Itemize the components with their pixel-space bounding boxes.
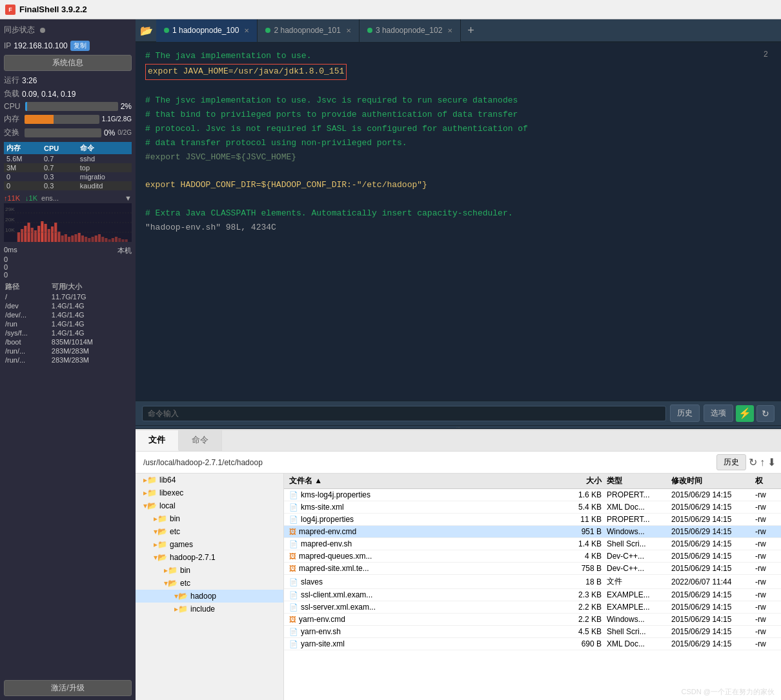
file-manager: 文件 命令 /usr/local/hadoop-2.7.1/etc/hadoop… <box>136 429 781 700</box>
file-perm: -rw <box>755 615 781 624</box>
term-classpath: # Extra Java CLASSPATH elements. Automat… <box>145 208 513 218</box>
right-panel: 📂 1 hadoopnode_100✕2 hadoopnode_101✕3 ha… <box>136 19 781 700</box>
col-perm[interactable]: 权 <box>755 475 781 486</box>
file-row[interactable]: 📄yarn-site.xml 690 B XML Doc... 2015/06/… <box>284 638 781 650</box>
file-perm: -rw <box>755 490 781 499</box>
file-download-button[interactable]: ⬇ <box>767 456 776 468</box>
file-path-bar: /usr/local/hadoop-2.7.1/etc/hadoop 历史 ↻ … <box>136 452 781 474</box>
svg-rect-30 <box>108 239 111 242</box>
terminal[interactable]: 2 # The java implementation to use. expo… <box>136 43 781 401</box>
latency-host: 本机 <box>117 246 132 255</box>
term-jsvc-1: # The jsvc implementation to use. Jsvc i… <box>145 95 518 105</box>
file-row[interactable]: 📄mapred-env.sh 1.4 KB Shell Scri... 2015… <box>284 538 781 550</box>
tree-item-games[interactable]: ▸📁games <box>136 538 283 551</box>
tab-close-1[interactable]: ✕ <box>244 27 249 34</box>
file-row[interactable]: 📄slaves 18 B 文件 2022/06/07 11:44 -rw <box>284 575 781 589</box>
tab-close-2[interactable]: ✕ <box>346 27 351 34</box>
tab-bar: 📂 1 hadoopnode_100✕2 hadoopnode_101✕3 ha… <box>136 19 781 43</box>
disk-row: /11.7G/17G <box>4 292 132 301</box>
title-bar: F FinalShell 3.9.2.2 <box>0 0 781 19</box>
file-row[interactable]: 🖼mapred-queues.xm... 4 KB Dev-C++... 201… <box>284 550 781 563</box>
add-tab-button[interactable]: + <box>461 24 481 37</box>
copy-ip-button[interactable]: 复制 <box>70 41 90 51</box>
file-row[interactable]: 🖼mapred-site.xml.te... 758 B Dev-C++... … <box>284 563 781 575</box>
file-type: PROPERT... <box>607 515 671 524</box>
disk-avail: 283M/283M <box>50 346 132 355</box>
file-perm: -rw <box>755 515 781 524</box>
sysinfo-button[interactable]: 系统信息 <box>4 55 132 71</box>
file-list-panel: 文件名 ▲ 大小 类型 修改时间 权 📄kms-log4j.properties… <box>284 474 781 700</box>
tab-file[interactable]: 文件 <box>136 430 179 451</box>
tree-folder-icon2: 📂 <box>168 579 178 588</box>
col-size[interactable]: 大小 <box>555 475 607 486</box>
tab-3[interactable]: 3 hadoopnode_102✕ <box>360 19 461 42</box>
file-row[interactable]: 📄kms-log4j.properties 1.6 KB PROPERT... … <box>284 489 781 501</box>
file-row[interactable]: 📄ssl-server.xml.exam... 2.2 KB EXAMPLE..… <box>284 601 781 614</box>
svg-rect-22 <box>81 235 84 242</box>
tree-item-bin[interactable]: ▸📁bin <box>136 512 283 525</box>
options-button[interactable]: 选项 <box>704 405 733 422</box>
file-row[interactable]: 🖼mapred-env.cmd 951 B Windows... 2015/06… <box>284 526 781 538</box>
net-dropdown-icon[interactable]: ▼ <box>125 194 132 202</box>
disk-path: /sys/f... <box>4 328 50 337</box>
file-type-icon: 📄 <box>289 578 298 586</box>
tree-item-etc[interactable]: ▾📂etc <box>136 525 283 538</box>
file-name: 🖼yarn-env.cmd <box>284 615 555 624</box>
history-button[interactable]: 历史 <box>670 405 700 422</box>
file-name: 📄ssl-client.xml.exam... <box>284 590 555 599</box>
file-type-icon: 📄 <box>289 503 298 511</box>
col-type[interactable]: 类型 <box>607 475 671 486</box>
file-date: 2015/06/29 14:15 <box>671 627 755 636</box>
file-refresh-button[interactable]: ↻ <box>749 456 757 468</box>
tree-item-libexec[interactable]: ▸📁libexec <box>136 486 283 499</box>
disk-table: 路径 可用/大小 /11.7G/17G/dev1.4G/1.4G/dev/...… <box>4 281 132 365</box>
sync-label: 同步状态 <box>4 25 35 35</box>
svg-rect-23 <box>85 237 87 242</box>
file-up-button[interactable]: ↑ <box>760 457 765 468</box>
file-row[interactable]: 📄yarn-env.sh 4.5 KB Shell Scri... 2015/0… <box>284 626 781 638</box>
refresh-button[interactable]: ↻ <box>756 405 775 422</box>
col-date[interactable]: 修改时间 <box>671 475 755 486</box>
tree-item-etc[interactable]: ▾📂etc <box>136 577 283 590</box>
proc-cmd: kauditd <box>77 181 132 190</box>
tab-1[interactable]: 1 hadoopnode_100✕ <box>156 19 258 42</box>
tab-dot-2 <box>265 28 270 33</box>
file-size: 951 B <box>555 527 607 536</box>
file-row[interactable]: 🖼yarn-env.cmd 2.2 KB Windows... 2015/06/… <box>284 614 781 626</box>
svg-rect-4 <box>21 229 23 242</box>
file-row[interactable]: 📄ssl-client.xml.exam... 2.3 KB EXAMPLE..… <box>284 589 781 601</box>
tree-item-include[interactable]: ▸📁include <box>136 603 283 615</box>
file-history-button[interactable]: 历史 <box>716 454 746 470</box>
tree-item-lib64[interactable]: ▸📁lib64 <box>136 474 283 486</box>
col-name[interactable]: 文件名 ▲ <box>284 475 555 486</box>
command-input[interactable] <box>142 406 666 421</box>
cpu-percent: 2% <box>121 102 132 111</box>
activate-button[interactable]: 激活/升级 <box>4 680 132 696</box>
tree-item-bin[interactable]: ▸📁bin <box>136 564 283 577</box>
file-row[interactable]: 📄kms-site.xml 5.4 KB XML Doc... 2015/06/… <box>284 501 781 514</box>
file-perm: -rw <box>755 639 781 648</box>
disk-path: /run/... <box>4 346 50 355</box>
file-perm: -rw <box>755 590 781 599</box>
term-statusline: "hadoop-env.sh" 98L, 4234C <box>145 223 276 232</box>
runtime-value: 3:26 <box>22 76 37 85</box>
tab-2[interactable]: 2 hadoopnode_101✕ <box>258 19 359 42</box>
file-name: 📄mapred-env.sh <box>284 539 555 548</box>
svg-rect-21 <box>78 233 81 242</box>
tree-item-hadoop[interactable]: ▾📂hadoop <box>136 590 283 603</box>
run-button[interactable]: ⚡ <box>736 405 754 422</box>
tree-item-label: lib64 <box>159 475 176 485</box>
tab-cmd[interactable]: 命令 <box>179 430 222 451</box>
proc-cmd: top <box>77 163 132 172</box>
tree-item-local[interactable]: ▾📂local <box>136 499 283 512</box>
svg-rect-35 <box>125 239 128 242</box>
tree-item-label: libexec <box>159 488 183 497</box>
file-type: Windows... <box>607 527 671 536</box>
file-size: 690 B <box>555 639 607 648</box>
tab-close-3[interactable]: ✕ <box>447 27 452 34</box>
file-type-icon: 📄 <box>289 515 298 523</box>
folder-icon[interactable]: 📂 <box>137 19 156 42</box>
net-down: ↓1K <box>25 194 37 202</box>
file-row[interactable]: 📄log4j.properties 11 KB PROPERT... 2015/… <box>284 514 781 526</box>
tree-item-hadoop-2.7.1[interactable]: ▾📂hadoop-2.7.1 <box>136 551 283 564</box>
